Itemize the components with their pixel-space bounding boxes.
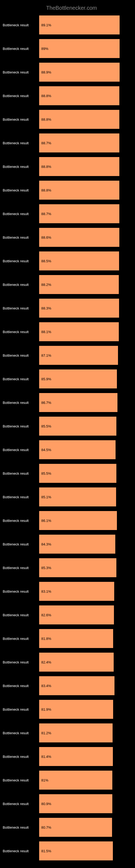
bar-fill: 89.1%: [39, 16, 120, 34]
bar-label: Bottleneck result: [3, 448, 39, 452]
bar-row: Bottleneck result80.7%: [3, 818, 130, 837]
bar-label: Bottleneck result: [3, 424, 39, 428]
bar-label: Bottleneck result: [3, 589, 39, 593]
bar-track: 89%: [39, 39, 130, 58]
bar-track: 88.8%: [39, 86, 130, 105]
bar-track: 88.9%: [39, 63, 130, 82]
bar-row: Bottleneck result83.1%: [3, 582, 130, 601]
bar-track: 88.8%: [39, 110, 130, 129]
bar-track: 88.7%: [39, 204, 130, 223]
bar-label: Bottleneck result: [3, 236, 39, 240]
bar-fill: 88.7%: [39, 204, 119, 223]
bar-value: 85.1%: [41, 495, 51, 499]
bar-value: 87.1%: [41, 353, 51, 358]
bar-value: 88.8%: [41, 118, 51, 122]
bar-row: Bottleneck result81.4%: [3, 747, 130, 766]
bar-label: Bottleneck result: [3, 94, 39, 98]
bar-value: 81.8%: [41, 637, 51, 641]
bar-chart: Bottleneck result89.1%Bottleneck result8…: [3, 16, 130, 860]
bar-track: 81%: [39, 771, 130, 789]
bar-row: Bottleneck result88.8%: [3, 181, 130, 199]
bar-track: 88.7%: [39, 133, 130, 152]
bar-value: 84.5%: [41, 448, 51, 452]
bar-row: Bottleneck result84.5%: [3, 440, 130, 459]
bar-value: 84.3%: [41, 542, 51, 546]
bar-row: Bottleneck result85.5%: [3, 416, 130, 436]
bar-track: 88.1%: [39, 322, 130, 341]
bar-value: 86.7%: [41, 401, 51, 405]
bar-row: Bottleneck result88.7%: [3, 133, 130, 152]
bar-row: Bottleneck result85.5%: [3, 464, 130, 483]
bar-value: 80.7%: [41, 826, 51, 830]
bar-track: 88.2%: [39, 275, 130, 294]
bar-fill: 88.5%: [39, 251, 119, 271]
bar-track: 80.9%: [39, 794, 130, 813]
bar-label: Bottleneck result: [3, 330, 39, 334]
bar-value: 88.6%: [41, 236, 51, 240]
bar-row: Bottleneck result83.4%: [3, 676, 130, 695]
page-title: TheBottlenecker.com: [13, 3, 130, 13]
bar-track: 86.1%: [39, 511, 130, 530]
bar-value: 85.9%: [41, 377, 51, 381]
bar-fill: 85.3%: [39, 558, 117, 577]
bar-value: 88.1%: [41, 330, 51, 334]
bar-track: 88.5%: [39, 251, 130, 271]
bar-label: Bottleneck result: [3, 707, 39, 712]
bar-row: Bottleneck result88.8%: [3, 157, 130, 176]
bar-label: Bottleneck result: [3, 849, 39, 853]
bar-fill: 81%: [39, 771, 112, 789]
bar-value: 88.8%: [41, 165, 51, 169]
bar-label: Bottleneck result: [3, 542, 39, 546]
bar-value: 81.2%: [41, 731, 51, 735]
bar-value: 83.4%: [41, 684, 51, 688]
bar-fill: 85.5%: [39, 464, 117, 483]
bar-fill: 81.9%: [39, 700, 113, 719]
bar-label: Bottleneck result: [3, 519, 39, 523]
bar-label: Bottleneck result: [3, 778, 39, 782]
bar-track: 81.5%: [39, 841, 130, 860]
bar-track: 88.3%: [39, 299, 130, 318]
bar-fill: 81.8%: [39, 629, 113, 648]
bar-value: 88.3%: [41, 306, 51, 310]
bar-row: Bottleneck result81.9%: [3, 700, 130, 719]
bar-row: Bottleneck result81.8%: [3, 629, 130, 648]
bar-row: Bottleneck result88.3%: [3, 299, 130, 318]
bar-fill: 88.8%: [39, 157, 119, 176]
bar-value: 81%: [41, 778, 48, 782]
bar-track: 84.3%: [39, 535, 130, 554]
bar-label: Bottleneck result: [3, 660, 39, 664]
bar-row: Bottleneck result89%: [3, 39, 130, 58]
bar-fill: 86.7%: [39, 393, 118, 412]
bar-track: 88.8%: [39, 181, 130, 199]
bar-track: 85.3%: [39, 558, 130, 577]
bar-fill: 81.4%: [39, 747, 113, 766]
bar-value: 81.4%: [41, 755, 51, 759]
bar-value: 82.4%: [41, 660, 51, 664]
bar-fill: 84.5%: [39, 440, 116, 459]
bar-value: 85.5%: [41, 424, 51, 428]
bar-track: 89.1%: [39, 16, 130, 34]
bar-fill: 88.7%: [39, 133, 119, 152]
bar-track: 88.8%: [39, 157, 130, 176]
bar-value: 81.9%: [41, 707, 51, 712]
bar-row: Bottleneck result82.6%: [3, 606, 130, 624]
bar-fill: 85.5%: [39, 416, 117, 436]
bar-label: Bottleneck result: [3, 212, 39, 216]
bar-label: Bottleneck result: [3, 141, 39, 145]
bar-track: 85.5%: [39, 416, 130, 436]
bar-fill: 88.9%: [39, 63, 120, 82]
bar-value: 86.1%: [41, 519, 51, 523]
bar-fill: 88.3%: [39, 299, 119, 318]
bar-value: 89%: [41, 46, 48, 51]
bar-fill: 86.1%: [39, 511, 117, 530]
bar-track: 87.1%: [39, 346, 130, 365]
bar-label: Bottleneck result: [3, 755, 39, 759]
bar-row: Bottleneck result89.1%: [3, 16, 130, 34]
bar-label: Bottleneck result: [3, 118, 39, 122]
bar-value: 88.7%: [41, 141, 51, 145]
bar-fill: 88.8%: [39, 181, 119, 199]
bar-fill: 84.3%: [39, 535, 115, 554]
bar-fill: 89%: [39, 39, 120, 58]
bar-value: 88.8%: [41, 94, 51, 98]
bar-track: 85.9%: [39, 369, 130, 389]
